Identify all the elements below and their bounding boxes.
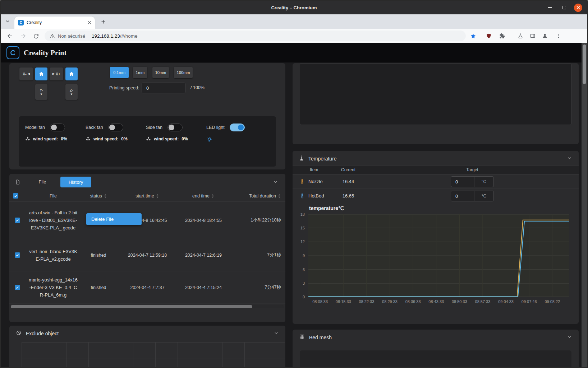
file-duration: 7分47秒 <box>265 284 281 290</box>
bookmark-star-button[interactable] <box>469 32 477 40</box>
wind-speed-label: wind speed: <box>154 136 179 141</box>
back-fan-toggle[interactable] <box>108 124 123 131</box>
chart-plot-area <box>308 214 569 297</box>
jog-x-plus-button[interactable]: ▶ X+ <box>50 67 63 80</box>
extensions-button[interactable] <box>497 32 506 40</box>
tab-history[interactable]: History <box>60 177 91 187</box>
led-light-toggle[interactable] <box>230 124 245 131</box>
chevron-down-icon[interactable] <box>567 155 572 162</box>
tab-file[interactable]: File <box>32 179 53 185</box>
jog-z-minus-button[interactable]: Z- ▼ <box>65 84 78 100</box>
window-close-button[interactable] <box>574 4 582 12</box>
tab-strip: C Creality <box>1 14 587 29</box>
printing-speed-input[interactable] <box>142 83 185 93</box>
check-icon <box>15 219 19 222</box>
plus-icon <box>101 19 106 24</box>
page-scrollbar <box>582 43 587 367</box>
hotbed-label: HotBed <box>308 193 324 199</box>
model-fan-toggle[interactable] <box>50 124 65 131</box>
address-bar[interactable]: Non sécurisé 192.168.1.23/#/home <box>45 31 466 41</box>
x-tick-label: 08:43:33 <box>428 299 444 304</box>
temperature-table-header: Item Current Target <box>293 165 579 174</box>
chevron-down-icon[interactable] <box>567 334 572 341</box>
jog-x-minus-button[interactable]: X- ◀ <box>19 67 33 80</box>
step-button-100mm[interactable]: 100mm <box>174 67 193 78</box>
column-header-status[interactable]: status <box>83 190 114 201</box>
chart-x-axis: 08:08:3308:15:3308:22:3308:29:3308:36:33… <box>308 299 569 305</box>
column-header-total-duration[interactable]: Total duration <box>226 190 283 201</box>
sort-icon <box>211 194 215 198</box>
temperature-title: Temperature <box>308 156 337 162</box>
chevron-down-icon[interactable] <box>274 330 279 337</box>
y-tick-label: 6 <box>303 267 305 272</box>
nozzle-target-input[interactable] <box>451 179 474 185</box>
table-row[interactable]: arts.of.win - Fall in 2-bit love - Dist0… <box>9 202 285 239</box>
arrow-down-icon: ▼ <box>40 93 43 96</box>
table-row[interactable]: vert_noir_blanc-E3V3KE-PLA_v2.gcode fini… <box>9 239 285 271</box>
step-button-10mm[interactable]: 10mm <box>152 67 169 78</box>
toggle-knob <box>238 125 244 130</box>
home-xy-button[interactable] <box>35 67 47 80</box>
nozzle-target-box: °C <box>451 176 494 187</box>
exclude-object-grid[interactable] <box>22 342 285 367</box>
new-tab-button[interactable] <box>101 19 106 26</box>
close-icon <box>576 6 580 9</box>
side-fan-column: Side fan wind speed: 0% <box>146 116 206 167</box>
chart-y-axis: 0369121518 <box>293 214 307 297</box>
forward-button[interactable] <box>19 32 27 40</box>
reload-button[interactable] <box>32 32 40 40</box>
forward-arrow-icon <box>20 33 26 39</box>
column-header-start-time[interactable]: start time <box>114 190 180 201</box>
row-checkbox[interactable] <box>15 285 20 290</box>
arrow-left-icon: ◀ <box>28 73 30 75</box>
table-row[interactable]: mario-yoshi-egg_14x16-Ender-3 V3 KE_0.4_… <box>9 271 285 304</box>
url-text[interactable]: 192.168.1.23/#/home <box>92 33 138 39</box>
step-button-1mm[interactable]: 1mm <box>133 67 147 78</box>
temperature-row-nozzle: Nozzle 16.44 °C <box>293 174 579 189</box>
back-fan-label: Back fan <box>86 125 103 130</box>
row-checkbox[interactable] <box>15 252 20 258</box>
delete-file-button[interactable]: Delete File <box>86 213 142 225</box>
app-title: Creality Print <box>24 49 66 57</box>
window-maximize-button[interactable] <box>560 4 568 12</box>
page-scrollbar-thumb[interactable] <box>583 45 586 84</box>
preview-viewport[interactable] <box>300 63 571 125</box>
side-fan-toggle[interactable] <box>167 124 183 131</box>
tab-close-button[interactable] <box>88 19 91 26</box>
temperature-panel: Temperature Item Current Target Nozzle 1… <box>293 151 579 324</box>
security-label[interactable]: Non sécurisé <box>58 33 85 39</box>
side-panel-button[interactable] <box>528 32 537 40</box>
select-all-checkbox[interactable] <box>13 193 18 199</box>
sort-icon <box>277 194 281 198</box>
file-name: mario-yoshi-egg_14x16-Ender-3 V3 KE_0.4_… <box>24 276 83 299</box>
adblock-extension-button[interactable] <box>484 32 493 40</box>
browser-tab-creality[interactable]: C Creality <box>14 17 95 29</box>
light-bulb-icon <box>206 136 212 143</box>
preview-panel <box>293 63 579 144</box>
browser-menu-button[interactable] <box>554 32 563 40</box>
experiments-button[interactable] <box>516 32 525 40</box>
browser-window: Creality – Chromium C Creality <box>0 0 588 368</box>
arrow-down-icon: ▼ <box>70 93 73 96</box>
file-history-panel: File History File status <box>9 174 285 322</box>
horizontal-scrollbar-thumb[interactable] <box>11 305 252 308</box>
check-icon <box>14 194 18 198</box>
step-button-0.1mm[interactable]: 0.1mm <box>110 67 129 78</box>
profile-button[interactable] <box>541 32 549 40</box>
file-duration: 7分1秒 <box>267 252 281 258</box>
home-z-button[interactable] <box>65 67 78 80</box>
tab-search-button[interactable] <box>5 19 10 25</box>
row-checkbox[interactable] <box>15 218 20 223</box>
column-header-file[interactable]: File <box>24 190 83 201</box>
bed-mesh-viewport[interactable] <box>300 350 571 367</box>
file-duration: 1小时22分10秒 <box>251 217 281 223</box>
back-button[interactable] <box>6 32 14 40</box>
column-header-end-time[interactable]: end time <box>180 190 226 201</box>
model-fan-label: Model fan <box>25 125 45 130</box>
window-minimize-button[interactable] <box>546 4 554 12</box>
jog-y-minus-button[interactable]: Y- ▼ <box>35 84 47 100</box>
hotbed-target-input[interactable] <box>451 194 474 199</box>
chevron-down-icon[interactable] <box>273 179 278 186</box>
star-icon <box>470 33 476 39</box>
celsius-unit: °C <box>474 177 493 187</box>
